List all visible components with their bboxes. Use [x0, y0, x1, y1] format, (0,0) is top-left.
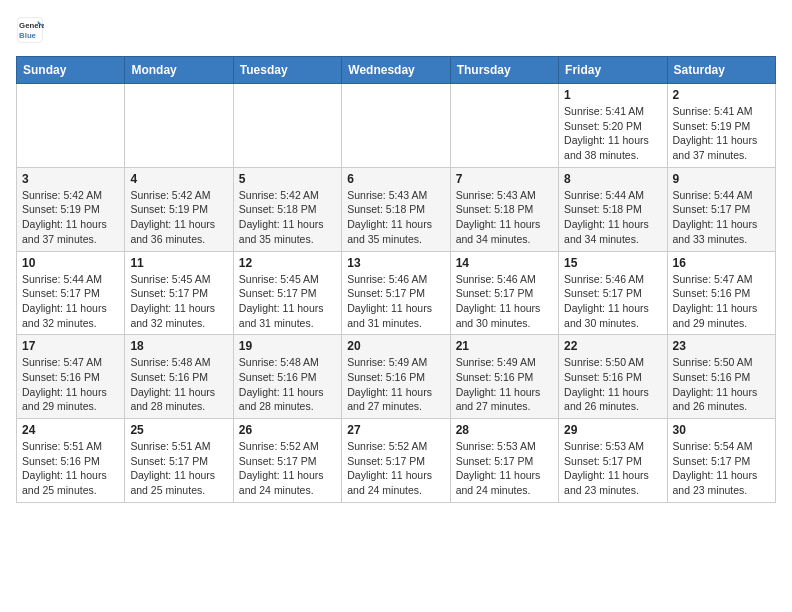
day-info: Sunrise: 5:50 AM Sunset: 5:16 PM Dayligh… — [564, 355, 661, 414]
day-info: Sunrise: 5:52 AM Sunset: 5:17 PM Dayligh… — [239, 439, 336, 498]
weekday-header-saturday: Saturday — [667, 57, 775, 84]
day-info: Sunrise: 5:42 AM Sunset: 5:19 PM Dayligh… — [130, 188, 227, 247]
calendar-week-2: 3Sunrise: 5:42 AM Sunset: 5:19 PM Daylig… — [17, 167, 776, 251]
calendar-cell: 27Sunrise: 5:52 AM Sunset: 5:17 PM Dayli… — [342, 419, 450, 503]
calendar-cell: 20Sunrise: 5:49 AM Sunset: 5:16 PM Dayli… — [342, 335, 450, 419]
day-number: 15 — [564, 256, 661, 270]
day-number: 10 — [22, 256, 119, 270]
calendar-cell: 2Sunrise: 5:41 AM Sunset: 5:19 PM Daylig… — [667, 84, 775, 168]
day-info: Sunrise: 5:50 AM Sunset: 5:16 PM Dayligh… — [673, 355, 770, 414]
calendar-cell: 7Sunrise: 5:43 AM Sunset: 5:18 PM Daylig… — [450, 167, 558, 251]
day-number: 28 — [456, 423, 553, 437]
day-number: 29 — [564, 423, 661, 437]
logo-icon: General Blue — [16, 16, 44, 44]
calendar-cell — [125, 84, 233, 168]
day-info: Sunrise: 5:52 AM Sunset: 5:17 PM Dayligh… — [347, 439, 444, 498]
calendar-cell: 13Sunrise: 5:46 AM Sunset: 5:17 PM Dayli… — [342, 251, 450, 335]
calendar-cell: 14Sunrise: 5:46 AM Sunset: 5:17 PM Dayli… — [450, 251, 558, 335]
day-number: 16 — [673, 256, 770, 270]
day-info: Sunrise: 5:51 AM Sunset: 5:17 PM Dayligh… — [130, 439, 227, 498]
weekday-header-friday: Friday — [559, 57, 667, 84]
day-info: Sunrise: 5:45 AM Sunset: 5:17 PM Dayligh… — [130, 272, 227, 331]
day-info: Sunrise: 5:49 AM Sunset: 5:16 PM Dayligh… — [347, 355, 444, 414]
calendar-cell: 24Sunrise: 5:51 AM Sunset: 5:16 PM Dayli… — [17, 419, 125, 503]
calendar-cell — [342, 84, 450, 168]
day-number: 27 — [347, 423, 444, 437]
day-info: Sunrise: 5:44 AM Sunset: 5:17 PM Dayligh… — [673, 188, 770, 247]
calendar-cell: 21Sunrise: 5:49 AM Sunset: 5:16 PM Dayli… — [450, 335, 558, 419]
calendar-cell: 26Sunrise: 5:52 AM Sunset: 5:17 PM Dayli… — [233, 419, 341, 503]
day-info: Sunrise: 5:46 AM Sunset: 5:17 PM Dayligh… — [456, 272, 553, 331]
calendar-week-4: 17Sunrise: 5:47 AM Sunset: 5:16 PM Dayli… — [17, 335, 776, 419]
logo: General Blue — [16, 16, 44, 44]
day-info: Sunrise: 5:43 AM Sunset: 5:18 PM Dayligh… — [347, 188, 444, 247]
day-number: 26 — [239, 423, 336, 437]
day-info: Sunrise: 5:53 AM Sunset: 5:17 PM Dayligh… — [564, 439, 661, 498]
day-info: Sunrise: 5:43 AM Sunset: 5:18 PM Dayligh… — [456, 188, 553, 247]
calendar-cell: 12Sunrise: 5:45 AM Sunset: 5:17 PM Dayli… — [233, 251, 341, 335]
day-number: 11 — [130, 256, 227, 270]
calendar-cell: 16Sunrise: 5:47 AM Sunset: 5:16 PM Dayli… — [667, 251, 775, 335]
day-number: 24 — [22, 423, 119, 437]
calendar-cell: 8Sunrise: 5:44 AM Sunset: 5:18 PM Daylig… — [559, 167, 667, 251]
day-info: Sunrise: 5:44 AM Sunset: 5:18 PM Dayligh… — [564, 188, 661, 247]
day-info: Sunrise: 5:49 AM Sunset: 5:16 PM Dayligh… — [456, 355, 553, 414]
day-number: 7 — [456, 172, 553, 186]
day-info: Sunrise: 5:46 AM Sunset: 5:17 PM Dayligh… — [347, 272, 444, 331]
weekday-header-tuesday: Tuesday — [233, 57, 341, 84]
calendar-cell — [233, 84, 341, 168]
day-number: 21 — [456, 339, 553, 353]
calendar-week-1: 1Sunrise: 5:41 AM Sunset: 5:20 PM Daylig… — [17, 84, 776, 168]
day-info: Sunrise: 5:47 AM Sunset: 5:16 PM Dayligh… — [673, 272, 770, 331]
day-number: 14 — [456, 256, 553, 270]
day-number: 18 — [130, 339, 227, 353]
calendar-cell: 1Sunrise: 5:41 AM Sunset: 5:20 PM Daylig… — [559, 84, 667, 168]
day-info: Sunrise: 5:48 AM Sunset: 5:16 PM Dayligh… — [130, 355, 227, 414]
calendar-cell: 28Sunrise: 5:53 AM Sunset: 5:17 PM Dayli… — [450, 419, 558, 503]
calendar-cell: 9Sunrise: 5:44 AM Sunset: 5:17 PM Daylig… — [667, 167, 775, 251]
day-number: 8 — [564, 172, 661, 186]
calendar-cell: 11Sunrise: 5:45 AM Sunset: 5:17 PM Dayli… — [125, 251, 233, 335]
calendar-week-5: 24Sunrise: 5:51 AM Sunset: 5:16 PM Dayli… — [17, 419, 776, 503]
day-number: 25 — [130, 423, 227, 437]
day-info: Sunrise: 5:46 AM Sunset: 5:17 PM Dayligh… — [564, 272, 661, 331]
day-number: 17 — [22, 339, 119, 353]
weekday-header-wednesday: Wednesday — [342, 57, 450, 84]
calendar-cell: 17Sunrise: 5:47 AM Sunset: 5:16 PM Dayli… — [17, 335, 125, 419]
day-number: 3 — [22, 172, 119, 186]
day-number: 13 — [347, 256, 444, 270]
day-info: Sunrise: 5:44 AM Sunset: 5:17 PM Dayligh… — [22, 272, 119, 331]
weekday-header-sunday: Sunday — [17, 57, 125, 84]
calendar-cell: 22Sunrise: 5:50 AM Sunset: 5:16 PM Dayli… — [559, 335, 667, 419]
day-number: 22 — [564, 339, 661, 353]
svg-text:General: General — [19, 21, 44, 30]
day-number: 19 — [239, 339, 336, 353]
calendar-cell: 4Sunrise: 5:42 AM Sunset: 5:19 PM Daylig… — [125, 167, 233, 251]
calendar-cell: 19Sunrise: 5:48 AM Sunset: 5:16 PM Dayli… — [233, 335, 341, 419]
calendar-cell: 29Sunrise: 5:53 AM Sunset: 5:17 PM Dayli… — [559, 419, 667, 503]
day-number: 6 — [347, 172, 444, 186]
calendar-header: SundayMondayTuesdayWednesdayThursdayFrid… — [17, 57, 776, 84]
svg-text:Blue: Blue — [19, 31, 37, 40]
day-number: 1 — [564, 88, 661, 102]
weekday-header-monday: Monday — [125, 57, 233, 84]
weekday-header-row: SundayMondayTuesdayWednesdayThursdayFrid… — [17, 57, 776, 84]
day-number: 20 — [347, 339, 444, 353]
calendar-cell: 25Sunrise: 5:51 AM Sunset: 5:17 PM Dayli… — [125, 419, 233, 503]
day-info: Sunrise: 5:48 AM Sunset: 5:16 PM Dayligh… — [239, 355, 336, 414]
day-number: 4 — [130, 172, 227, 186]
page-header: General Blue — [16, 16, 776, 44]
day-info: Sunrise: 5:41 AM Sunset: 5:20 PM Dayligh… — [564, 104, 661, 163]
day-number: 9 — [673, 172, 770, 186]
calendar-cell: 6Sunrise: 5:43 AM Sunset: 5:18 PM Daylig… — [342, 167, 450, 251]
calendar-cell: 10Sunrise: 5:44 AM Sunset: 5:17 PM Dayli… — [17, 251, 125, 335]
calendar-week-3: 10Sunrise: 5:44 AM Sunset: 5:17 PM Dayli… — [17, 251, 776, 335]
day-info: Sunrise: 5:41 AM Sunset: 5:19 PM Dayligh… — [673, 104, 770, 163]
day-info: Sunrise: 5:51 AM Sunset: 5:16 PM Dayligh… — [22, 439, 119, 498]
day-info: Sunrise: 5:54 AM Sunset: 5:17 PM Dayligh… — [673, 439, 770, 498]
day-number: 30 — [673, 423, 770, 437]
calendar-cell — [17, 84, 125, 168]
calendar-cell: 30Sunrise: 5:54 AM Sunset: 5:17 PM Dayli… — [667, 419, 775, 503]
day-info: Sunrise: 5:53 AM Sunset: 5:17 PM Dayligh… — [456, 439, 553, 498]
calendar-table: SundayMondayTuesdayWednesdayThursdayFrid… — [16, 56, 776, 503]
